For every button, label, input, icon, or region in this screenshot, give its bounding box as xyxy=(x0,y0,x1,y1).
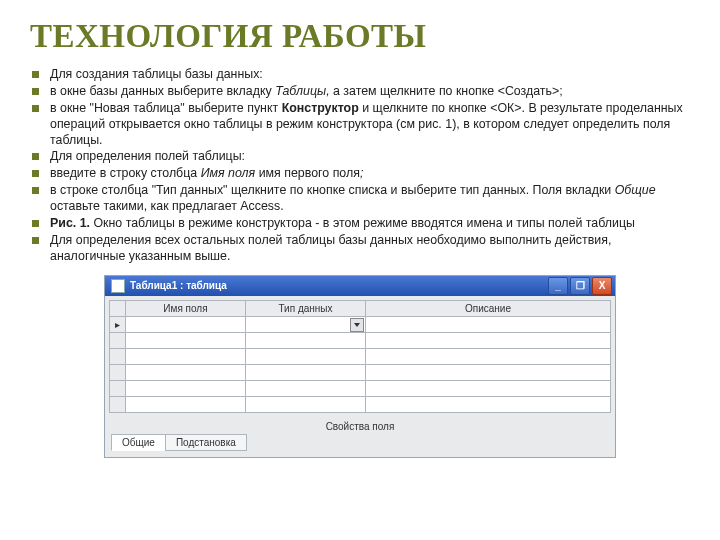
bullet-text: Общие xyxy=(615,183,656,197)
grid-cell[interactable] xyxy=(126,348,246,364)
table-row[interactable] xyxy=(110,380,611,396)
page-title: ТЕХНОЛОГИЯ РАБОТЫ xyxy=(30,18,690,55)
fields-table: Имя поля Тип данных Описание ▸ xyxy=(109,300,611,413)
bullet-text: оставьте такими, как предлагает Access. xyxy=(50,199,284,213)
grid-cell[interactable] xyxy=(246,380,366,396)
bullet-item: в окне "Новая таблица" выберите пункт Ко… xyxy=(30,101,690,149)
tab-general[interactable]: Общие xyxy=(111,434,166,451)
bullet-text: в окне базы данных выберите вкладку xyxy=(50,84,275,98)
grid-cell[interactable] xyxy=(366,364,611,380)
col-description: Описание xyxy=(366,300,611,316)
bullet-item: Рис. 1. Окно таблицы в режиме конструкто… xyxy=(30,216,690,232)
grid-cell[interactable] xyxy=(366,380,611,396)
bullet-text: Окно таблицы в режиме конструктора - в э… xyxy=(90,216,635,230)
grid-cell[interactable] xyxy=(126,316,246,332)
table-row[interactable] xyxy=(110,396,611,412)
bullet-list: Для создания таблицы базы данных:в окне … xyxy=(30,67,690,265)
grid-cell[interactable] xyxy=(246,348,366,364)
field-properties-label: Свойства поля xyxy=(105,417,615,434)
grid-cell[interactable] xyxy=(366,316,611,332)
grid-cell[interactable] xyxy=(126,380,246,396)
col-field-name: Имя поля xyxy=(126,300,246,316)
table-row[interactable] xyxy=(110,348,611,364)
row-selector[interactable] xyxy=(110,364,126,380)
table-row[interactable] xyxy=(110,332,611,348)
grid-cell[interactable] xyxy=(126,332,246,348)
bullet-item: в строке столбца "Тип данных" щелкните п… xyxy=(30,183,690,215)
table-row[interactable] xyxy=(110,364,611,380)
minimize-button[interactable]: _ xyxy=(548,277,568,295)
row-selector[interactable]: ▸ xyxy=(110,316,126,332)
row-selector[interactable] xyxy=(110,380,126,396)
bullet-text: введите в строку столбца xyxy=(50,166,201,180)
bullet-item: Для определения всех остальных полей таб… xyxy=(30,233,690,265)
grid-cell[interactable] xyxy=(126,396,246,412)
bullet-text: в окне "Новая таблица" выберите пункт xyxy=(50,101,282,115)
bullet-text: ; xyxy=(360,166,363,180)
bullet-text: Для определения полей таблицы: xyxy=(50,149,245,163)
bullet-item: Для определения полей таблицы: xyxy=(30,149,690,165)
titlebar: Таблица1 : таблица _ ❐ X xyxy=(105,276,615,296)
row-selector[interactable] xyxy=(110,396,126,412)
restore-button[interactable]: ❐ xyxy=(570,277,590,295)
bullet-text: Имя поля xyxy=(201,166,256,180)
window-title: Таблица1 : таблица xyxy=(130,280,546,291)
access-window: Таблица1 : таблица _ ❐ X Имя поля Тип да… xyxy=(104,275,616,458)
row-selector[interactable] xyxy=(110,348,126,364)
selector-header xyxy=(110,300,126,316)
grid-cell[interactable] xyxy=(366,348,611,364)
bullet-text: Для определения всех остальных полей таб… xyxy=(50,233,611,263)
bullet-item: введите в строку столбца Имя поля имя пе… xyxy=(30,166,690,182)
grid-cell[interactable] xyxy=(246,396,366,412)
bullet-text: в строке столбца "Тип данных" щелкните п… xyxy=(50,183,615,197)
datatype-dropdown-button[interactable] xyxy=(350,318,364,332)
bullet-text: имя первого поля xyxy=(255,166,360,180)
tab-lookup[interactable]: Подстановка xyxy=(165,434,247,451)
grid-cell[interactable] xyxy=(366,332,611,348)
property-tabs: Общие Подстановка xyxy=(105,434,615,457)
bullet-text: Для создания таблицы базы данных: xyxy=(50,67,263,81)
grid-cell[interactable] xyxy=(246,364,366,380)
bullet-text: а затем щелкните по кнопке <Создать>; xyxy=(330,84,563,98)
bullet-text: Таблицы, xyxy=(275,84,329,98)
grid-cell[interactable] xyxy=(126,364,246,380)
col-data-type: Тип данных xyxy=(246,300,366,316)
bullet-item: в окне базы данных выберите вкладку Табл… xyxy=(30,84,690,100)
grid-cell[interactable] xyxy=(246,332,366,348)
grid-cell[interactable] xyxy=(246,316,366,332)
bullet-text: Рис. 1. xyxy=(50,216,90,230)
close-button[interactable]: X xyxy=(592,277,612,295)
design-grid: Имя поля Тип данных Описание ▸ xyxy=(105,296,615,417)
grid-cell[interactable] xyxy=(366,396,611,412)
table-row[interactable]: ▸ xyxy=(110,316,611,332)
bullet-text: Конструктор xyxy=(282,101,359,115)
bullet-item: Для создания таблицы базы данных: xyxy=(30,67,690,83)
window-icon xyxy=(111,279,125,293)
row-selector[interactable] xyxy=(110,332,126,348)
